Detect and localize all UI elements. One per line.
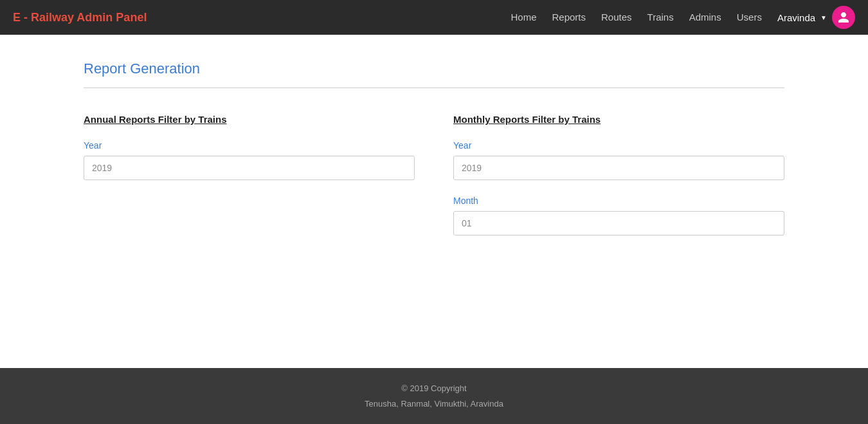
avatar: [832, 6, 855, 29]
footer: © 2019 Copyright Tenusha, Ranmal, Vimukt…: [0, 368, 868, 424]
nav-reports[interactable]: Reports: [552, 12, 586, 23]
monthly-month-input[interactable]: [453, 211, 784, 235]
nav-links: Home Reports Routes Trains Admins Users …: [511, 6, 855, 29]
footer-copyright: © 2019 Copyright: [13, 381, 855, 396]
monthly-year-input[interactable]: [453, 156, 784, 180]
monthly-month-label: Month: [453, 196, 784, 206]
footer-credits: Tenusha, Ranmal, Vimukthi, Aravinda: [13, 396, 855, 411]
brand-logo[interactable]: E - Railway Admin Panel: [13, 11, 147, 24]
nav-trains[interactable]: Trains: [647, 12, 674, 23]
navbar: E - Railway Admin Panel Home Reports Rou…: [0, 0, 868, 35]
user-name: Aravinda: [777, 12, 815, 23]
user-menu[interactable]: Aravinda ▼: [777, 6, 855, 29]
report-grid: Annual Reports Filter by Trains Year Mon…: [84, 114, 784, 251]
monthly-section: Monthly Reports Filter by Trains Year Mo…: [453, 114, 784, 251]
annual-year-label: Year: [84, 140, 415, 151]
divider: [84, 88, 784, 88]
chevron-down-icon: ▼: [820, 14, 827, 21]
annual-section-title: Annual Reports Filter by Trains: [84, 114, 415, 125]
nav-users[interactable]: Users: [737, 12, 762, 23]
annual-year-input[interactable]: [84, 156, 415, 180]
monthly-year-label: Year: [453, 140, 784, 151]
brand-text: E - Railway Admin Panel: [13, 11, 147, 24]
nav-admins[interactable]: Admins: [689, 12, 721, 23]
nav-routes[interactable]: Routes: [601, 12, 632, 23]
monthly-section-title: Monthly Reports Filter by Trains: [453, 114, 784, 125]
annual-section: Annual Reports Filter by Trains Year: [84, 114, 415, 251]
main-content: Report Generation Annual Reports Filter …: [0, 35, 868, 368]
page-title: Report Generation: [84, 60, 784, 77]
nav-home[interactable]: Home: [511, 12, 536, 23]
